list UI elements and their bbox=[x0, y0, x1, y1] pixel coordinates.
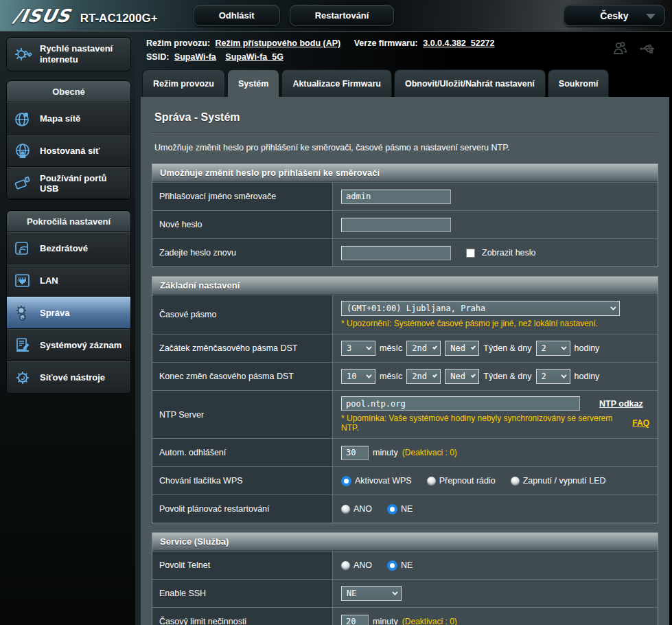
router-model: RT-AC1200G+ bbox=[80, 12, 158, 25]
dst-start-month-select[interactable]: 3 bbox=[341, 341, 375, 356]
status-infobar: Režim provozu: Režim přístupového bodu (… bbox=[135, 32, 672, 67]
sidebar-item-label: LAN bbox=[40, 275, 58, 286]
dst-start-hour-select[interactable]: 2 bbox=[536, 341, 570, 356]
globe-person-icon bbox=[12, 141, 33, 161]
settings-row: Autom. odhlášení minuty (Deaktivaci : 0) bbox=[152, 438, 658, 466]
reboot-button[interactable]: Restartování bbox=[290, 5, 395, 26]
dst-start-day-select[interactable]: Ned bbox=[445, 341, 479, 356]
chevron-down-icon bbox=[561, 372, 566, 378]
ssh-value: NE bbox=[347, 589, 356, 598]
chevron-down-icon bbox=[432, 345, 437, 350]
timezone-value: (GMT+01:00) Ljubljana, Praha bbox=[347, 304, 485, 313]
router-admin-screen: /ISUS RT-AC1200G+ Odhlásit Restartování … bbox=[0, 0, 672, 625]
ssid-label: SSID: bbox=[146, 52, 169, 62]
wps-option-toggle-radio[interactable]: Přepnout rádio bbox=[427, 476, 496, 486]
telnet-label: Povolit Telnet bbox=[152, 552, 333, 579]
new-password-label: Nové heslo bbox=[152, 211, 333, 238]
firmware-label: Verze firmwaru: bbox=[354, 38, 418, 48]
logout-button[interactable]: Odhlásit bbox=[194, 5, 280, 26]
tab-privacy[interactable]: Soukromí bbox=[548, 69, 610, 97]
sidebar-item-lan[interactable]: LAN bbox=[7, 264, 130, 297]
ntp-link[interactable]: NTP odkaz bbox=[599, 399, 643, 409]
dst-end-day-select[interactable]: Ned bbox=[445, 369, 479, 384]
retype-password-label: Zadejte heslo znovu bbox=[152, 239, 333, 266]
reboot-scheduler-no[interactable]: NE bbox=[387, 504, 413, 514]
infobar-line-2: SSID: SupaWi-fa SupaWi-fa_5G bbox=[146, 50, 661, 64]
radio-icon bbox=[341, 505, 350, 514]
tab-operation-mode[interactable]: Režim provozu bbox=[142, 69, 225, 97]
month-text: měsíc bbox=[380, 343, 402, 353]
idle-timeout-input[interactable] bbox=[341, 615, 369, 625]
infobar-icons bbox=[612, 41, 657, 56]
chevron-down-icon bbox=[471, 373, 476, 378]
timezone-select[interactable]: (GMT+01:00) Ljubljana, Praha bbox=[341, 301, 620, 316]
chevron-down-icon bbox=[366, 344, 371, 350]
ssid-link-24g[interactable]: SupaWi-fa bbox=[174, 52, 216, 62]
sidebar-item-network-map[interactable]: Mapa sítě bbox=[7, 102, 130, 135]
sidebar-item-wireless[interactable]: Bezdrátové bbox=[7, 232, 130, 264]
page-description: Umožňuje změnit heslo pro přihlášení ke … bbox=[154, 143, 656, 152]
faq-link[interactable]: FAQ bbox=[632, 418, 649, 428]
reboot-scheduler-yes[interactable]: ANO bbox=[341, 504, 372, 514]
globe-pin-icon bbox=[12, 109, 33, 128]
dst-end-week-select[interactable]: 2nd bbox=[406, 369, 441, 384]
service-section: Service (Služba) Povolit Telnet ANO NE bbox=[152, 532, 658, 625]
sidebar-group-title: Obecné bbox=[7, 81, 130, 102]
dst-end-month-select[interactable]: 10 bbox=[341, 369, 375, 384]
retype-password-input[interactable] bbox=[341, 246, 451, 260]
sidebar-item-quick-internet-setup[interactable]: Rychlé nastavení internetu bbox=[6, 37, 131, 71]
operation-mode-link[interactable]: Režim přístupového bodu (AP) bbox=[216, 38, 341, 48]
auth-section: Umožňuje změnit heslo pro přihlášení ke … bbox=[152, 163, 658, 267]
wps-option-activate[interactable]: Aktivovat WPS bbox=[341, 476, 412, 486]
auto-logout-input[interactable] bbox=[341, 446, 369, 460]
hours-text: hodiny bbox=[575, 372, 600, 381]
ssid-link-5g[interactable]: SupaWi-fa_5G bbox=[225, 52, 283, 62]
wps-option-led-onoff[interactable]: Zapnutí / vypnutí LED bbox=[511, 476, 606, 486]
sidebar-item-label: Systémový záznam bbox=[40, 340, 121, 350]
sidebar-item-label: Bezdrátové bbox=[40, 243, 88, 253]
sidebar-item-system-log[interactable]: Systémový záznam bbox=[7, 329, 130, 361]
radio-icon bbox=[511, 477, 520, 486]
top-header: /ISUS RT-AC1200G+ Odhlásit Restartování … bbox=[0, 0, 672, 32]
settings-row: Povolit Telnet ANO NE bbox=[152, 551, 658, 579]
telnet-yes[interactable]: ANO bbox=[341, 560, 372, 570]
sidebar-item-usb-application[interactable]: Používání portů USB bbox=[7, 167, 130, 199]
settings-row: Nové heslo bbox=[152, 210, 658, 238]
ethernet-port-icon bbox=[12, 271, 33, 291]
month-text: měsíc bbox=[380, 372, 402, 381]
sidebar-item-label: Používání portů USB bbox=[40, 173, 125, 194]
radio-icon bbox=[387, 504, 397, 514]
usb-status-icon[interactable] bbox=[639, 41, 657, 56]
quick-setup-gear-icon bbox=[13, 45, 34, 64]
sidebar-item-administration[interactable]: Správa bbox=[7, 297, 130, 329]
clients-icon[interactable] bbox=[612, 41, 628, 56]
tab-restore-save-upload[interactable]: Obnovit/Uložit/Nahrát nastavení bbox=[394, 69, 546, 97]
language-dropdown[interactable]: Česky bbox=[564, 5, 665, 26]
reboot-scheduler-label: Povolit plánovač restartování bbox=[152, 495, 333, 523]
dst-start-week-select[interactable]: 2nd bbox=[406, 341, 441, 356]
settings-row: Chování tlačítka WPS Aktivovat WPS Přepn… bbox=[152, 466, 658, 495]
tab-system[interactable]: Systém bbox=[227, 69, 279, 97]
router-login-name-input[interactable] bbox=[341, 190, 451, 204]
sidebar-item-network-tools[interactable]: Síťové nástroje bbox=[7, 361, 130, 394]
minutes-text: minuty bbox=[373, 617, 398, 625]
chevron-down-icon bbox=[561, 344, 566, 350]
telnet-no[interactable]: NE bbox=[387, 560, 413, 571]
tab-firmware-upgrade[interactable]: Aktualizace Firmwaru bbox=[281, 69, 392, 97]
chevron-down-icon bbox=[366, 372, 371, 378]
ssh-select[interactable]: NE bbox=[341, 586, 402, 601]
sidebar-item-guest-network[interactable]: Hostovaná síť bbox=[7, 135, 130, 167]
settings-row: Časové pásmo (GMT+01:00) Ljubljana, Prah… bbox=[152, 295, 658, 334]
dst-end-hour-select[interactable]: 2 bbox=[536, 369, 570, 384]
firmware-version-link[interactable]: 3.0.0.4.382_52272 bbox=[423, 38, 494, 48]
settings-row: Přihlašovací jméno směrovače bbox=[152, 182, 658, 210]
basic-config-header: Základní nastavení bbox=[152, 277, 658, 295]
ntp-server-input[interactable] bbox=[341, 396, 580, 411]
new-password-input[interactable] bbox=[341, 218, 451, 232]
sidebar-item-label: Správa bbox=[40, 308, 69, 318]
asus-logo[interactable]: /ISUS RT-AC1200G+ bbox=[14, 5, 158, 26]
sidebar-group-advanced: Pokročilá nastavení Bezdrátové bbox=[6, 210, 131, 394]
show-password-checkbox[interactable] bbox=[466, 249, 475, 258]
sidebar-group-general: Obecné Mapa sítě bbox=[6, 80, 131, 200]
week-day-text: Týden & dny bbox=[483, 372, 531, 381]
